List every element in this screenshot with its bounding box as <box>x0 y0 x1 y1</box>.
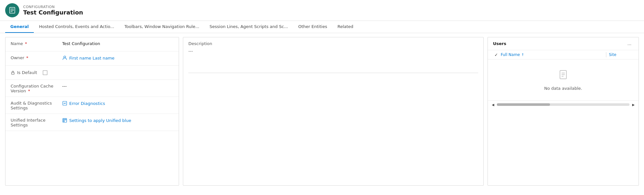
form-row-is-default: Is Default <box>5 66 179 80</box>
document-icon <box>557 69 569 81</box>
name-value: Test Configuration <box>62 41 174 46</box>
person-icon <box>62 55 67 60</box>
form-row-cache-version: Configuration Cache Version * --- <box>5 80 179 97</box>
owner-label: Owner * <box>11 55 62 60</box>
name-required: * <box>25 41 27 46</box>
is-default-checkbox[interactable] <box>43 70 47 75</box>
svg-rect-9 <box>65 119 66 120</box>
users-more-button[interactable]: ... <box>626 41 633 47</box>
unified-label: Unified Interface Settings <box>11 117 62 127</box>
svg-rect-8 <box>63 119 64 120</box>
scroll-left-button[interactable]: ◀ <box>490 102 496 107</box>
cache-version-value: --- <box>62 83 174 88</box>
tab-related[interactable]: Related <box>332 21 358 33</box>
users-panel-title: Users <box>493 41 506 46</box>
header-label: CONFIGURATION <box>23 5 83 9</box>
users-table-header: ✓ Full Name ↑ Site <box>488 50 639 60</box>
name-label: Name * <box>11 41 62 46</box>
description-section: Description --- <box>183 37 483 77</box>
description-label: Description <box>188 41 478 46</box>
svg-rect-5 <box>12 72 14 74</box>
no-data-text: No data available. <box>544 86 582 91</box>
users-panel-header: Users ... <box>488 37 639 50</box>
no-data-icon <box>557 69 569 83</box>
description-value: --- <box>188 49 478 73</box>
header-title: Test Configuration <box>23 9 83 16</box>
audit-label: Audit & Diagnostics Settings <box>11 100 62 110</box>
tabs-bar: General Hosted Controls, Events and Acti… <box>0 21 644 33</box>
header-text: CONFIGURATION Test Configuration <box>23 5 83 16</box>
app-header: CONFIGURATION Test Configuration <box>0 0 644 21</box>
table-col-site[interactable]: Site <box>609 52 635 57</box>
scroll-thumb[interactable] <box>497 103 550 106</box>
owner-value[interactable]: First name Last name <box>62 55 174 60</box>
table-col-full-name[interactable]: Full Name ↑ <box>501 52 603 57</box>
tab-toolbars[interactable]: Toolbars, Window Navigation Rule... <box>119 21 204 33</box>
tab-hosted-controls[interactable]: Hosted Controls, Events and Actio... <box>34 21 119 33</box>
scroll-right-button[interactable]: ▶ <box>631 102 636 107</box>
diagnostics-icon <box>62 101 67 106</box>
form-row-unified: Unified Interface Settings Settings to a… <box>5 114 179 131</box>
middle-panel: Description --- <box>183 37 484 186</box>
cache-required: * <box>28 88 30 93</box>
svg-point-4 <box>64 56 66 58</box>
form-row-audit: Audit & Diagnostics Settings Error Diagn… <box>5 97 179 114</box>
sort-arrow-icon: ↑ <box>521 53 524 57</box>
tab-session-lines[interactable]: Session Lines, Agent Scripts and Sc... <box>204 21 293 33</box>
settings-icon <box>62 118 67 123</box>
audit-value[interactable]: Error Diagnostics <box>62 100 174 106</box>
table-check-header: ✓ <box>492 52 501 57</box>
app-icon <box>5 3 19 17</box>
scroll-track[interactable] <box>497 103 630 106</box>
cache-version-label: Configuration Cache Version * <box>11 83 62 93</box>
no-data-section: No data available. <box>488 60 639 100</box>
tab-other-entities[interactable]: Other Entities <box>293 21 332 33</box>
tab-general[interactable]: General <box>5 21 34 33</box>
check-icon: ✓ <box>495 52 498 57</box>
horizontal-scrollbar[interactable]: ◀ ▶ <box>488 100 639 108</box>
config-icon <box>8 6 16 14</box>
unified-value[interactable]: Settings to apply Unified blue <box>62 117 174 123</box>
lock-icon <box>11 70 15 75</box>
main-content: Name * Test Configuration Owner * First … <box>0 33 644 190</box>
left-panel: Name * Test Configuration Owner * First … <box>5 37 179 186</box>
svg-rect-10 <box>63 121 64 122</box>
is-default-label: Is Default <box>17 70 37 75</box>
owner-required: * <box>26 55 29 60</box>
right-panel: Users ... ✓ Full Name ↑ Site <box>488 37 639 186</box>
column-divider <box>606 52 606 57</box>
form-row-name: Name * Test Configuration <box>5 37 179 51</box>
form-row-owner: Owner * First name Last name <box>5 51 179 66</box>
